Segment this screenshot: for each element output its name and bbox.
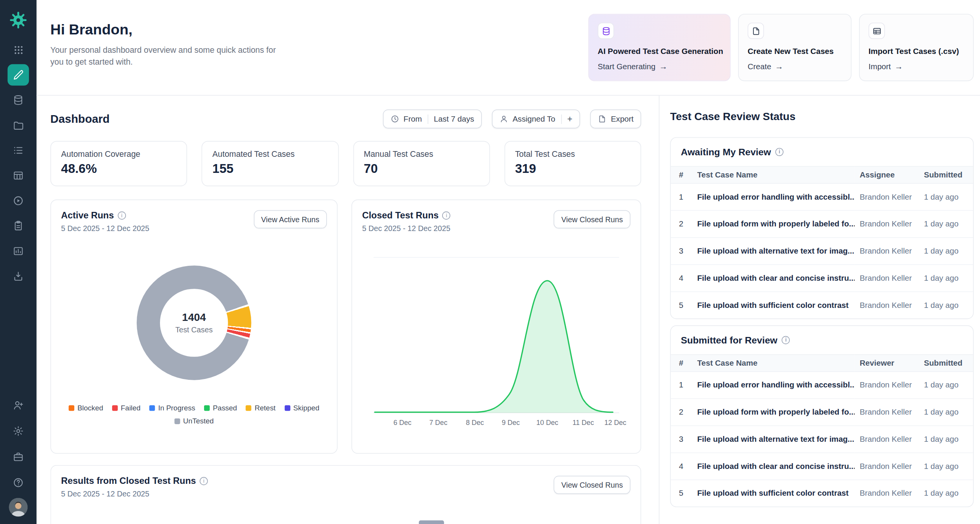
invite-user-icon[interactable] [8, 395, 29, 416]
sidebar-item-clipboard-icon[interactable] [8, 215, 29, 237]
stat-total-test-cases: Total Test Cases 319 [504, 141, 641, 186]
info-icon[interactable] [200, 477, 208, 485]
test-case-link[interactable]: File upload with clear and concise instr… [692, 265, 854, 292]
col-header-submitted: Submitted [919, 355, 973, 371]
user-avatar[interactable] [9, 498, 28, 516]
swatch-retest [246, 405, 252, 411]
date-range-filter[interactable]: From Last 7 days [383, 109, 482, 128]
legend-item-skipped[interactable]: Skipped [284, 404, 319, 412]
stat-automated-test-cases: Automated Test Cases 155 [202, 141, 338, 186]
help-icon[interactable] [8, 472, 29, 493]
review-row[interactable]: 5 File upload with sufficient color cont… [671, 480, 973, 506]
document-icon [748, 23, 764, 39]
quick-action-title: Create New Test Cases [748, 47, 842, 56]
sidebar-item-import-tray-icon[interactable] [8, 265, 29, 287]
test-case-link[interactable]: File upload with clear and concise instr… [692, 453, 854, 480]
legend-item-in-progress[interactable]: In Progress [149, 404, 195, 412]
col-header-name: Test Case Name [692, 166, 854, 183]
test-case-link[interactable]: File upload form with properly labeled f… [692, 210, 854, 238]
test-case-link[interactable]: File upload form with properly labeled f… [692, 399, 854, 426]
assigned-to-filter[interactable]: Assigned To [492, 109, 580, 128]
review-row[interactable]: 1 File upload error handling with access… [671, 372, 973, 399]
quick-actions: AI Powered Test Case Generation Start Ge… [588, 14, 974, 95]
review-row[interactable]: 3 File upload with alternative text for … [671, 238, 973, 265]
dashboard-column: Dashboard From Last 7 days Assigned To [36, 96, 658, 524]
swatch-blocked [69, 405, 74, 411]
sidebar-item-bar-chart-icon[interactable] [8, 240, 29, 262]
app-root: Hi Brandon, Your personal dashboard over… [0, 0, 980, 524]
sidebar-item-dashboard-compose-icon[interactable] [8, 64, 29, 86]
swatch-passed [204, 405, 210, 411]
donut-legend: Blocked Failed In Progress Passed Retest… [61, 404, 327, 425]
review-row[interactable]: 3 File upload with alternative text for … [671, 426, 973, 453]
sidebar-item-table-icon[interactable] [8, 165, 29, 186]
sidebar-item-play-circle-icon[interactable] [8, 190, 29, 212]
app-logo-gear-icon[interactable] [8, 10, 28, 30]
review-row[interactable]: 5 File upload with sufficient color cont… [671, 292, 973, 319]
sidebar-item-folder-icon[interactable] [8, 114, 29, 136]
closed-runs-title: Closed Test Runs [362, 210, 439, 220]
legend-item-untested[interactable]: UnTested [174, 417, 214, 425]
review-row[interactable]: 1 File upload error handling with access… [671, 184, 973, 211]
test-case-link[interactable]: File upload error handling with accessib… [692, 184, 854, 211]
x-tick: 8 Dec [466, 419, 484, 426]
awaiting-review-table: # Test Case Name Assignee Submitted 1 Fi… [671, 166, 973, 318]
quick-action-import-csv[interactable]: Import Test Cases (.csv) Import [859, 14, 973, 81]
review-row[interactable]: 2 File upload form with properly labeled… [671, 210, 973, 238]
sidebar [0, 0, 36, 524]
view-closed-runs-button[interactable]: View Closed Runs [554, 210, 630, 229]
stat-manual-test-cases: Manual Test Cases 70 [353, 141, 490, 186]
review-row[interactable]: 4 File upload with clear and concise ins… [671, 453, 973, 480]
donut-total-label: Test Cases [175, 325, 213, 334]
greeting-block: Hi Brandon, Your personal dashboard over… [51, 14, 279, 95]
import-link[interactable]: Import [869, 62, 964, 71]
test-case-link[interactable]: File upload with alternative text for im… [692, 238, 854, 265]
start-generating-link[interactable]: Start Generating [598, 62, 721, 71]
quick-action-create-test-cases[interactable]: Create New Test Cases Create [738, 14, 851, 81]
sidebar-item-database-icon[interactable] [8, 90, 29, 111]
toolbox-icon[interactable] [8, 446, 29, 467]
results-bar [419, 521, 444, 524]
info-icon[interactable] [118, 211, 126, 219]
info-icon[interactable] [775, 148, 783, 156]
results-title: Results from Closed Test Runs [61, 476, 196, 486]
settings-gear-icon[interactable] [8, 420, 29, 442]
info-icon[interactable] [782, 336, 790, 344]
sidebar-item-apps-grid-icon[interactable] [8, 39, 29, 60]
legend-item-passed[interactable]: Passed [204, 404, 237, 412]
legend-item-blocked[interactable]: Blocked [69, 404, 103, 412]
test-case-link[interactable]: File upload with alternative text for im… [692, 426, 854, 453]
review-status-title: Test Case Review Status [670, 111, 974, 124]
review-row[interactable]: 2 File upload form with properly labeled… [671, 399, 973, 426]
legend-item-failed[interactable]: Failed [112, 404, 141, 412]
stat-automation-coverage: Automation Coverage 48.6% [51, 141, 187, 186]
divider [561, 114, 562, 124]
view-closed-runs-button[interactable]: View Closed Runs [554, 476, 630, 494]
donut-total: 1404 [182, 311, 206, 324]
x-tick: 6 Dec [394, 419, 412, 426]
ai-database-icon [598, 23, 614, 39]
sidebar-item-list-icon[interactable] [8, 140, 29, 161]
awaiting-review-card: Awaiting My Review # Test Case Name Assi… [670, 137, 974, 319]
x-tick: 9 Dec [502, 419, 520, 426]
view-active-runs-button[interactable]: View Active Runs [253, 210, 327, 229]
col-header-num: # [671, 166, 692, 183]
create-link[interactable]: Create [748, 62, 842, 71]
test-case-link[interactable]: File upload error handling with accessib… [692, 372, 854, 399]
col-header-assignee: Assignee [855, 166, 919, 183]
divider [428, 114, 428, 124]
add-assignee-plus-icon[interactable] [567, 114, 572, 124]
info-icon[interactable] [443, 211, 451, 219]
col-header-reviewer: Reviewer [855, 355, 919, 371]
export-button[interactable]: Export [590, 109, 641, 128]
test-case-link[interactable]: File upload with sufficient color contra… [692, 292, 854, 319]
review-row[interactable]: 4 File upload with clear and concise ins… [671, 265, 973, 292]
quick-action-ai-generation[interactable]: AI Powered Test Case Generation Start Ge… [588, 14, 731, 81]
test-case-link[interactable]: File upload with sufficient color contra… [692, 480, 854, 506]
range-value: Last 7 days [434, 114, 474, 123]
quick-action-title: Import Test Cases (.csv) [869, 47, 964, 56]
export-file-icon [598, 114, 606, 123]
results-date-range: 5 Dec 2025 - 12 Dec 2025 [61, 490, 208, 498]
greeting-subtitle: Your personal dashboard overview and som… [51, 45, 279, 68]
legend-item-retest[interactable]: Retest [246, 404, 276, 412]
